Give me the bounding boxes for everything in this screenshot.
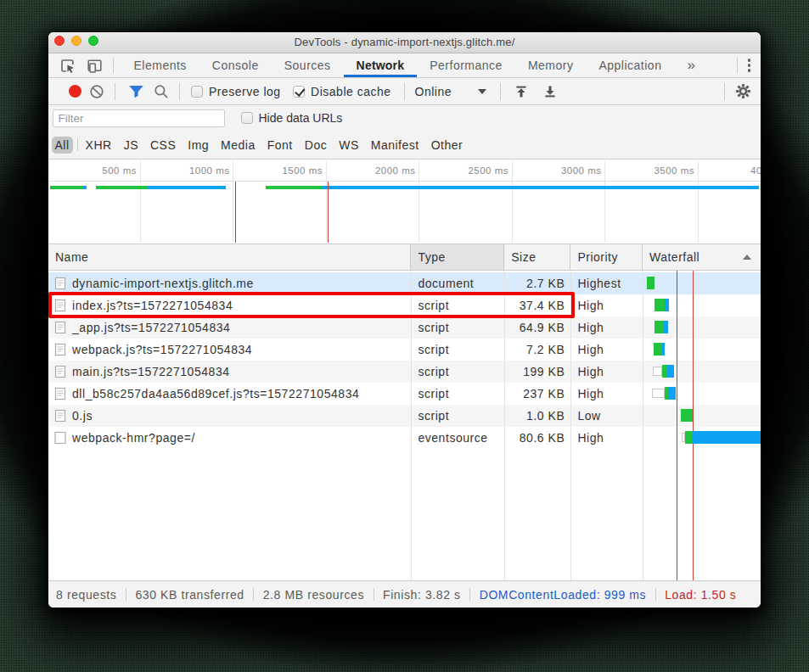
hide-data-urls-checkbox[interactable]: Hide data URLs bbox=[241, 111, 343, 125]
overview-bar-blue bbox=[323, 186, 759, 189]
type-filter-img[interactable]: Img bbox=[184, 137, 212, 154]
upload-icon bbox=[514, 84, 529, 99]
table-row[interactable]: webpack-hmr?page=/eventsource80.6 KBHigh bbox=[48, 427, 761, 449]
type-filter-doc[interactable]: Doc bbox=[301, 137, 330, 154]
request-name-text: webpack-hmr?page=/ bbox=[72, 431, 195, 445]
request-name-cell: _app.js?ts=1572271054834 bbox=[48, 321, 411, 334]
waterfall-bar-green bbox=[681, 409, 693, 422]
tab-application[interactable]: Application bbox=[586, 53, 674, 77]
column-header-waterfall[interactable]: Waterfall bbox=[643, 244, 761, 270]
disable-cache-checkbox[interactable]: Disable cache bbox=[293, 85, 390, 98]
request-priority-cell: High bbox=[570, 321, 643, 334]
waterfall-bar-blue bbox=[692, 431, 761, 444]
titlebar[interactable]: DevTools - dynamic-import-nextjs.glitch.… bbox=[48, 32, 761, 53]
search-button[interactable] bbox=[150, 79, 172, 104]
preserve-log-box[interactable] bbox=[191, 86, 203, 98]
annotation-highlight-box bbox=[48, 292, 575, 318]
inspect-element-button[interactable] bbox=[53, 53, 81, 77]
settings-button[interactable] bbox=[730, 79, 756, 104]
table-row[interactable]: 0.jsscript1.0 KBLow bbox=[48, 405, 761, 427]
toolbar-divider-4 bbox=[500, 83, 501, 100]
timeline-gridline bbox=[140, 161, 141, 243]
device-toolbar-icon bbox=[86, 57, 104, 75]
tab-performance[interactable]: Performance bbox=[417, 53, 515, 77]
type-filter-css[interactable]: CSS bbox=[147, 137, 179, 154]
type-filter-manifest[interactable]: Manifest bbox=[368, 137, 423, 154]
tab-network[interactable]: Network bbox=[344, 53, 418, 77]
request-type-cell: script bbox=[411, 387, 504, 400]
filter-toggle-button[interactable] bbox=[125, 79, 147, 104]
request-name-cell: dll_b58c257da4aa56d89cef.js?ts=157227105… bbox=[48, 387, 411, 400]
column-header-priority[interactable]: Priority bbox=[570, 244, 643, 270]
clear-button[interactable] bbox=[86, 79, 108, 104]
inspect-cursor-icon bbox=[59, 57, 76, 75]
record-button[interactable] bbox=[64, 79, 86, 104]
timeline-ruler-label: 500 ms bbox=[102, 160, 137, 181]
request-size-cell: 80.6 KB bbox=[504, 431, 570, 445]
request-type-cell: script bbox=[411, 343, 504, 356]
request-type-cell: script bbox=[411, 321, 504, 334]
waterfall-bar-blue bbox=[662, 343, 665, 356]
waterfall-bar-green bbox=[647, 277, 655, 289]
disable-cache-box[interactable] bbox=[293, 86, 305, 98]
more-tabs-button[interactable]: » bbox=[674, 54, 694, 76]
timeline-gridline bbox=[419, 161, 419, 243]
download-icon bbox=[542, 84, 558, 99]
hide-data-urls-label: Hide data URLs bbox=[259, 111, 343, 125]
request-name-text: _app.js?ts=1572271054834 bbox=[72, 321, 230, 334]
tab-elements[interactable]: Elements bbox=[121, 53, 199, 77]
filter-input[interactable] bbox=[53, 109, 225, 127]
waterfall-bar-box bbox=[652, 389, 665, 398]
timeline-gridline bbox=[604, 161, 605, 243]
request-priority-cell: High bbox=[570, 343, 643, 356]
column-header-name[interactable]: Name bbox=[48, 244, 411, 270]
request-name-text: webpack.js?ts=1572271054834 bbox=[72, 343, 252, 356]
waterfall-bar-green bbox=[655, 321, 664, 333]
statusbar-2.8: 2.8 MB resources bbox=[263, 588, 364, 602]
request-type-cell: eventsource bbox=[411, 431, 504, 445]
column-header-size[interactable]: Size bbox=[504, 244, 570, 270]
type-filter-font[interactable]: Font bbox=[264, 137, 296, 154]
export-har-button[interactable] bbox=[539, 79, 561, 104]
statusbar-8: 8 requests bbox=[56, 588, 116, 602]
timeline-ruler-label: 1000 ms bbox=[189, 160, 230, 181]
tab-console[interactable]: Console bbox=[199, 53, 272, 77]
devtools-menu-button[interactable] bbox=[738, 59, 761, 71]
clear-icon bbox=[89, 84, 104, 99]
disable-cache-label: Disable cache bbox=[311, 85, 390, 98]
tab-memory[interactable]: Memory bbox=[515, 53, 587, 77]
request-size-cell: 2.7 KB bbox=[504, 277, 570, 290]
type-filter-ws[interactable]: WS bbox=[335, 137, 362, 154]
overview-bar-green bbox=[96, 186, 148, 189]
preserve-log-checkbox[interactable]: Preserve log bbox=[191, 85, 281, 98]
request-name-cell: webpack-hmr?page=/ bbox=[48, 431, 411, 445]
file-icon bbox=[54, 321, 66, 334]
hide-data-urls-box[interactable] bbox=[241, 112, 253, 124]
panel-tabs: ElementsConsoleSourcesNetworkPerformance… bbox=[121, 53, 675, 77]
throttling-select[interactable]: Online bbox=[415, 85, 486, 98]
column-header-type[interactable]: Type bbox=[411, 244, 504, 270]
network-overview[interactable]: 500 ms1000 ms1500 ms2000 ms2500 ms3000 m… bbox=[48, 160, 761, 244]
type-filter-media[interactable]: Media bbox=[217, 137, 259, 154]
request-size-cell: 64.9 KB bbox=[504, 321, 570, 334]
devtools-window: DevTools - dynamic-import-nextjs.glitch.… bbox=[48, 32, 761, 608]
type-filter-all[interactable]: All bbox=[52, 137, 73, 154]
throttling-value: Online bbox=[415, 85, 452, 98]
toolbar-divider-1 bbox=[115, 83, 115, 100]
device-toolbar-button[interactable] bbox=[81, 53, 108, 77]
type-filter-other[interactable]: Other bbox=[428, 137, 467, 154]
overview-bar-green bbox=[266, 186, 323, 189]
statusbar-load: Load: 1.50 s bbox=[665, 588, 736, 602]
statusbar-domcontentloaded: DOMContentLoaded: 999 ms bbox=[480, 588, 647, 602]
type-filter-xhr[interactable]: XHR bbox=[82, 137, 115, 154]
type-filter-js[interactable]: JS bbox=[121, 137, 142, 154]
statusbar: 8 requests630 KB transferred2.8 MB resou… bbox=[48, 580, 761, 608]
requests-table: NameTypeSizePriorityWaterfall dynamic-im… bbox=[48, 244, 761, 580]
import-har-button[interactable] bbox=[510, 79, 532, 104]
request-name-text: 0.js bbox=[72, 409, 93, 423]
file-icon bbox=[54, 277, 66, 290]
timeline-ruler-label: 1500 ms bbox=[282, 160, 323, 181]
request-name-cell: dynamic-import-nextjs.glitch.me bbox=[48, 277, 411, 290]
waterfall-bar-box bbox=[653, 367, 662, 376]
tab-sources[interactable]: Sources bbox=[272, 53, 344, 77]
